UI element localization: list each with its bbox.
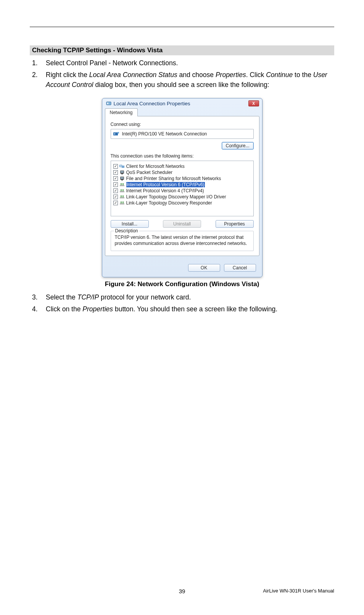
text-fragment: protocol for your network card. — [99, 293, 191, 301]
component-icon — [119, 176, 125, 181]
list-item-label: Client for Microsoft Networks — [126, 164, 185, 169]
text-fragment: Click on the — [46, 305, 82, 313]
svg-rect-24 — [121, 201, 122, 203]
svg-rect-14 — [120, 185, 124, 186]
titlebar-icon — [106, 101, 111, 106]
list-item-label: Internet Protocol Version 6 (TCP/IPv6) — [126, 182, 205, 187]
tab-networking[interactable]: Networking — [105, 108, 138, 116]
items-label: This connection uses the following items… — [111, 153, 254, 159]
properties-button[interactable]: Properties — [216, 220, 254, 228]
svg-rect-15 — [121, 183, 122, 185]
checkbox-icon[interactable]: ✓ — [113, 164, 118, 169]
dialog-body: Networking Connect using: Intel(R) PRO/1… — [105, 108, 259, 256]
text-fragment: and choose — [177, 71, 216, 79]
step-number: 4. — [30, 304, 46, 314]
list-item[interactable]: ✓QoS Packet Scheduler — [113, 169, 252, 175]
install-button[interactable]: Install... — [111, 220, 149, 228]
figure-caption: Figure 24: Network Configuration (Window… — [30, 280, 334, 288]
connect-using-label: Connect using: — [111, 122, 254, 127]
step-number: 2. — [30, 70, 46, 90]
list-item-label: Internet Protocol Version 4 (TCP/IPv4) — [126, 188, 204, 193]
svg-rect-3 — [114, 133, 115, 135]
component-icon — [119, 194, 125, 200]
step-text: Click on the Properties button. You shou… — [46, 304, 334, 314]
svg-rect-12 — [121, 177, 124, 179]
component-icon — [119, 200, 125, 206]
adapter-field[interactable]: Intel(R) PRO/100 VE Network Connection — [111, 129, 254, 139]
text-fragment: . Click — [246, 71, 266, 79]
step-text: Select the TCP/IP protocol for your netw… — [46, 293, 334, 302]
list-item[interactable]: ✓Client for Microsoft Networks — [113, 163, 252, 169]
uninstall-button[interactable]: Uninstall — [163, 220, 201, 228]
description-text: TCP/IP version 6. The latest version of … — [115, 234, 250, 246]
step-1: 1. Select Control Panel - Network Connec… — [30, 58, 334, 68]
close-button[interactable]: X — [248, 100, 259, 106]
step-2: 2. Right click the Local Area Connection… — [30, 70, 334, 90]
description-legend: Description — [114, 228, 139, 233]
ok-button[interactable]: OK — [188, 264, 220, 272]
list-item-label: Link-Layer Topology Discovery Responder — [126, 200, 212, 206]
checkbox-icon[interactable]: ✓ — [113, 195, 118, 199]
component-icon — [119, 188, 125, 193]
checkbox-icon[interactable]: ✓ — [113, 182, 118, 187]
dialog-screenshot: Local Area Connection Properties X Netwo… — [30, 98, 334, 277]
svg-rect-17 — [120, 191, 124, 192]
step-4: 4. Click on the Properties button. You s… — [30, 304, 334, 314]
svg-rect-13 — [121, 180, 123, 180]
text-fragment: Right click the — [46, 71, 89, 79]
text-fragment: to the — [293, 71, 313, 79]
cancel-button[interactable]: Cancel — [224, 264, 256, 272]
svg-rect-16 — [122, 183, 124, 185]
dialog-title: Local Area Connection Properties — [114, 101, 248, 106]
manual-name: AirLive WN-301R User's Manual — [263, 588, 334, 594]
page-number: 39 — [179, 588, 185, 594]
checkbox-icon[interactable]: ✓ — [113, 188, 118, 193]
svg-rect-1 — [107, 103, 108, 104]
description-group: Description TCP/IP version 6. The latest… — [111, 231, 254, 251]
step-number: 3. — [30, 293, 46, 302]
items-listbox[interactable]: ✓Client for Microsoft Networks✓QoS Packe… — [111, 161, 254, 216]
configure-button[interactable]: Configure... — [222, 142, 254, 150]
component-icon — [119, 182, 125, 187]
tabstrip: Networking — [105, 108, 259, 116]
list-item-label: Link-Layer Topology Discovery Mapper I/O… — [126, 194, 226, 200]
properties-dialog: Local Area Connection Properties X Netwo… — [102, 98, 263, 277]
svg-rect-18 — [121, 189, 122, 191]
svg-rect-0 — [106, 102, 111, 105]
svg-rect-20 — [120, 197, 124, 198]
adapter-name: Intel(R) PRO/100 VE Network Connection — [122, 131, 207, 137]
svg-rect-25 — [122, 201, 124, 203]
list-item[interactable]: ✓Internet Protocol Version 4 (TCP/IPv4) — [113, 188, 252, 194]
step-3: 3. Select the TCP/IP protocol for your n… — [30, 293, 334, 302]
list-item[interactable]: ✓Link-Layer Topology Discovery Mapper I/… — [113, 194, 252, 200]
checkbox-icon[interactable]: ✓ — [113, 201, 118, 205]
svg-rect-21 — [121, 195, 122, 197]
section-heading: Checking TCP/IP Settings - Windows Vista — [30, 45, 334, 55]
top-rule — [30, 27, 334, 27]
svg-rect-6 — [122, 166, 124, 168]
component-icon — [119, 170, 125, 175]
list-item[interactable]: ✓Internet Protocol Version 6 (TCP/IPv6) — [113, 182, 252, 188]
nic-icon — [113, 131, 119, 137]
step-number: 1. — [30, 58, 46, 68]
page-footer: 39 AirLive WN-301R User's Manual — [30, 588, 334, 594]
list-item[interactable]: ✓File and Printer Sharing for Microsoft … — [113, 175, 252, 182]
emphasis: TCP/IP — [77, 293, 99, 301]
svg-rect-22 — [122, 195, 124, 197]
svg-rect-23 — [120, 203, 124, 204]
titlebar: Local Area Connection Properties X — [102, 98, 262, 108]
text-fragment: button. You should then see a screen lik… — [113, 305, 277, 313]
checkbox-icon[interactable]: ✓ — [113, 176, 118, 181]
emphasis: Local Area Connection Status — [89, 71, 177, 79]
svg-point-4 — [117, 132, 119, 134]
svg-rect-19 — [122, 189, 124, 191]
component-icon — [119, 164, 125, 169]
list-item-label: QoS Packet Scheduler — [126, 170, 172, 175]
text-fragment: dialog box, then you should see a screen… — [93, 81, 269, 89]
checkbox-icon[interactable]: ✓ — [113, 170, 118, 175]
emphasis: Continue — [266, 71, 293, 79]
tab-panel: Connect using: Intel(R) PRO/100 VE Netwo… — [105, 116, 259, 256]
svg-rect-10 — [121, 174, 123, 174]
list-item[interactable]: ✓Link-Layer Topology Discovery Responder — [113, 200, 252, 206]
svg-rect-2 — [113, 132, 118, 135]
